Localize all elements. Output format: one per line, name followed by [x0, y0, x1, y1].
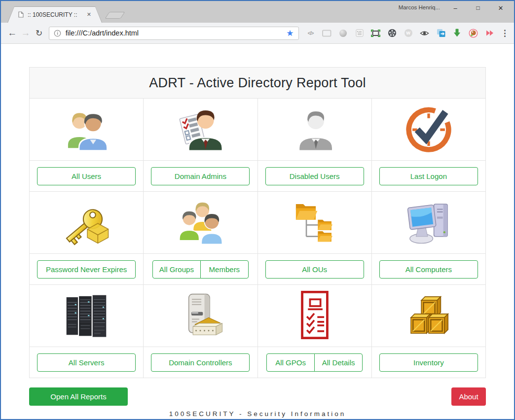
members-button[interactable]: Members: [200, 260, 249, 279]
extensions-area: </>: [306, 28, 495, 38]
address-bar[interactable]: ★: [49, 27, 299, 40]
all-gpos-icon: [287, 289, 342, 341]
cell-disabled-users: [258, 99, 371, 161]
all-computers-button[interactable]: All Computers: [379, 260, 478, 279]
download-extension-icon[interactable]: [452, 28, 462, 38]
wot-extension-icon[interactable]: W: [404, 28, 413, 38]
window-controls: – □ ✕: [444, 1, 512, 15]
open-all-reports-button[interactable]: Open All Reports: [29, 387, 128, 406]
domain-controllers-icon: [173, 289, 228, 341]
cell-all-computers: [371, 192, 485, 254]
profile-name: Marcos Henriq...: [399, 4, 440, 10]
back-icon[interactable]: ←: [5, 26, 19, 40]
cell-all-gpos: [258, 285, 371, 347]
disabled-users-icon: [287, 103, 342, 155]
cell-domain-controllers: [144, 285, 258, 347]
bookmark-star-icon[interactable]: ★: [286, 29, 294, 37]
all-gpos-button[interactable]: All GPOs: [266, 353, 315, 372]
cast-extension-icon[interactable]: [322, 28, 332, 38]
tab-title: :: 100SECURITY ::: [28, 11, 83, 18]
all-groups-button[interactable]: All Groups: [152, 260, 201, 279]
domain-controllers-button[interactable]: Domain Controllers: [151, 353, 250, 372]
browser-toolbar: ← → ↻ ★ </>: [1, 23, 514, 44]
camera-extension-icon[interactable]: [469, 28, 478, 38]
cell-all-users: [30, 99, 144, 161]
minimize-button[interactable]: –: [444, 1, 467, 15]
footer-actions: Open All Reports About: [29, 387, 486, 406]
all-users-icon: [59, 103, 114, 155]
last-logon-icon: [401, 103, 456, 155]
inventory-button[interactable]: Inventory: [379, 353, 478, 372]
skip-forward-extension-icon[interactable]: [485, 28, 495, 38]
disabled-users-button[interactable]: Disabled Users: [265, 167, 364, 185]
footer-text: 100SECURITY - Security Information: [1, 410, 514, 418]
cell-all-servers: [30, 285, 144, 347]
tab-share-extension-icon[interactable]: [436, 28, 446, 38]
cell-inventory: [371, 285, 485, 347]
domain-admins-button[interactable]: Domain Admins: [151, 167, 250, 185]
cell-password-never-expires: [30, 192, 144, 254]
password-never-expires-button[interactable]: Password Never Expires: [37, 260, 136, 279]
inventory-icon: [401, 289, 456, 341]
all-users-button[interactable]: All Users: [37, 167, 136, 185]
new-tab-button[interactable]: [105, 12, 125, 19]
close-button[interactable]: ✕: [489, 1, 512, 15]
eye-extension-icon[interactable]: [420, 28, 430, 38]
refresh-icon[interactable]: ↻: [33, 26, 46, 40]
password-never-expires-icon: [59, 196, 114, 248]
cell-last-logon: [371, 99, 485, 161]
notes-extension-icon[interactable]: [355, 28, 365, 38]
page-header: ADRT - Active Directory Report Tool: [30, 68, 486, 99]
url-input[interactable]: [65, 29, 283, 37]
forward-icon[interactable]: →: [19, 26, 32, 40]
page-file-icon: [18, 11, 24, 18]
groups-button-group: All Groups Members: [152, 260, 249, 279]
all-servers-icon: [59, 289, 114, 341]
globe-extension-icon[interactable]: [338, 28, 348, 38]
browser-window: Marcos Henriq... – □ ✕ :: 100SECURITY ::…: [0, 0, 515, 420]
cell-all-groups: [144, 192, 258, 254]
report-grid: ADRT - Active Directory Report Tool: [29, 67, 486, 378]
tab-close-icon[interactable]: ✕: [87, 11, 91, 18]
cell-all-ous: [258, 192, 371, 254]
all-ous-button[interactable]: All OUs: [265, 260, 364, 279]
about-button[interactable]: About: [451, 387, 486, 406]
cell-domain-admins: [144, 99, 258, 161]
titlebar: Marcos Henriq... – □ ✕ :: 100SECURITY ::…: [1, 1, 514, 23]
domain-admins-icon: [173, 103, 228, 155]
all-computers-icon: [401, 196, 456, 248]
browser-menu-icon[interactable]: ⋮: [500, 28, 510, 38]
page-title: ADRT - Active Directory Report Tool: [149, 75, 366, 90]
all-groups-icon: [173, 196, 228, 248]
browser-tab[interactable]: :: 100SECURITY :: ✕: [7, 6, 102, 23]
last-logon-button[interactable]: Last Logon: [379, 167, 478, 185]
screenshot-extension-icon[interactable]: [371, 28, 381, 38]
all-details-button[interactable]: All Details: [314, 353, 363, 372]
info-icon[interactable]: [54, 30, 61, 37]
all-servers-button[interactable]: All Servers: [37, 353, 136, 372]
maximize-button[interactable]: □: [467, 1, 489, 15]
all-ous-icon: [287, 196, 342, 248]
gpos-button-group: All GPOs All Details: [266, 353, 363, 372]
code-extension-icon[interactable]: </>: [306, 28, 316, 38]
film-reel-extension-icon[interactable]: [387, 28, 397, 38]
